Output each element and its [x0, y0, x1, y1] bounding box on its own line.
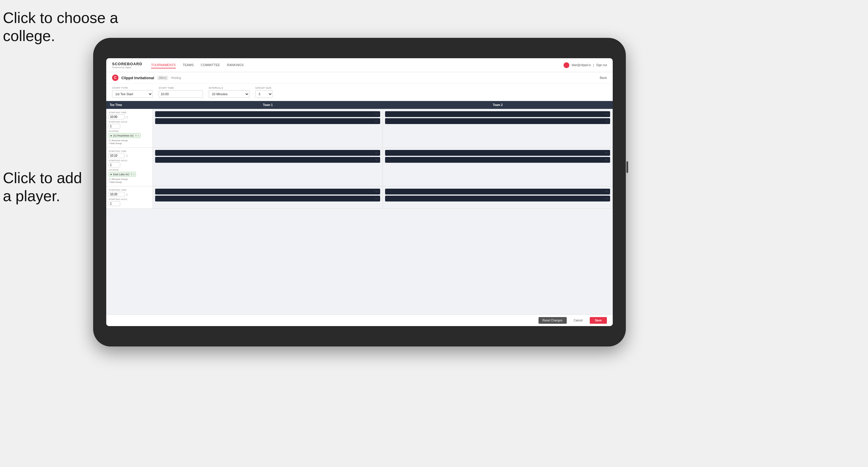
add-group-btn-1[interactable]: + Add Group: [108, 142, 150, 145]
course-remove-1[interactable]: ×: [135, 134, 137, 137]
player-slot-icon-4-1: × ›: [605, 151, 608, 154]
hosting-badge: Hosting: [171, 76, 181, 80]
player-slot-6-2[interactable]: × ›: [385, 196, 610, 201]
start-type-select[interactable]: 1st Tee Start: [112, 90, 153, 98]
start-time-label: Start Time: [159, 87, 203, 89]
group-row: STARTING TIME: ◌ STARTING HOLE: COURSE: …: [106, 109, 613, 148]
team1-cell-3: × › × ›: [153, 186, 383, 209]
player-slot-icon-6-1: × ›: [605, 190, 608, 193]
course-icon-2: ●: [110, 173, 112, 176]
col-team2: Team 2: [383, 101, 613, 109]
cancel-button[interactable]: Cancel: [570, 317, 587, 324]
tee-time-cell-2: STARTING TIME: ◌ STARTING HOLE: COURSE: …: [106, 148, 153, 186]
player-slot-icon-6-2: × ›: [605, 197, 608, 200]
sign-out-link[interactable]: Sign out: [596, 63, 607, 67]
nav-bar: SCOREBOARD Powered by clippd TOURNAMENTS…: [106, 58, 613, 72]
team2-cell-2: × › × ›: [383, 148, 613, 186]
remove-group-btn-2[interactable]: ◯ Remove Group: [108, 178, 150, 181]
col-tee-time: Tee Time: [106, 101, 153, 109]
player-slot-icon-2-2: × ›: [605, 120, 608, 123]
table-header: Tee Time Team 1 Team 2: [106, 101, 613, 109]
group-size-select[interactable]: 3: [255, 90, 273, 98]
team1-cell-1: × › × ›: [153, 109, 383, 147]
intervals-select[interactable]: 10 Minutes: [209, 90, 249, 98]
start-type-label: Start Type: [112, 87, 153, 89]
back-button[interactable]: Back: [600, 76, 607, 80]
course-name-2: East Lake GC: [113, 173, 129, 176]
starting-time-input-2[interactable]: [108, 153, 125, 158]
player-slot-5-1[interactable]: × ›: [155, 189, 380, 194]
nav-link-committee[interactable]: COMMITTEE: [201, 62, 220, 68]
player-slot-4-2[interactable]: × ›: [385, 157, 610, 163]
starting-time-label-1: STARTING TIME:: [108, 111, 150, 114]
col-team1: Team 1: [153, 101, 383, 109]
tablet-side-button: [626, 161, 628, 173]
logo-sub: Powered by clippd: [112, 66, 142, 69]
action-bar: Reset Changes Cancel Save: [106, 314, 613, 326]
group-row-2: STARTING TIME: ◌ STARTING HOLE: COURSE: …: [106, 148, 613, 186]
schedule-table: STARTING TIME: ◌ STARTING HOLE: COURSE: …: [106, 109, 613, 314]
course-expand-1[interactable]: ›: [138, 134, 139, 137]
starting-time-input-3[interactable]: [108, 192, 125, 197]
event-gender: (Men): [157, 76, 168, 80]
nav-link-rankings[interactable]: RANKINGS: [227, 62, 244, 68]
player-slot-icon-5-2: × ›: [375, 197, 378, 200]
nav-links: TOURNAMENTS TEAMS COMMITTEE RANKINGS: [151, 62, 563, 68]
nav-avatar: [563, 62, 569, 68]
hole-input-1[interactable]: [108, 124, 120, 129]
annotation-choose-college: Click to choose a college.: [3, 9, 118, 45]
player-slot-1-2[interactable]: × ›: [155, 118, 380, 124]
tablet-frame: SCOREBOARD Powered by clippd TOURNAMENTS…: [93, 38, 626, 346]
time-icon-2: ◌: [126, 154, 128, 157]
sub-header: C Clippd Invitational (Men) Hosting Back: [106, 72, 613, 84]
save-button[interactable]: Save: [590, 317, 607, 324]
player-slot-3-2[interactable]: × ›: [155, 157, 380, 163]
course-tag-2: ● East Lake GC × ›: [108, 172, 136, 177]
tee-time-cell-3: STARTING TIME: ◌ STARTING HOLE:: [106, 186, 153, 209]
nav-separator: |: [593, 63, 594, 67]
start-time-input[interactable]: [159, 90, 203, 98]
nav-link-teams[interactable]: TEAMS: [183, 62, 194, 68]
group-actions-2: ◯ Remove Group + Add Group: [108, 178, 150, 183]
player-slot-6-1[interactable]: × ›: [385, 189, 610, 194]
starting-time-input-1[interactable]: [108, 115, 125, 119]
group-size-group: Group Size 3: [255, 87, 273, 98]
player-slot-1-1[interactable]: × ›: [155, 111, 380, 117]
player-slot-4-1[interactable]: × ›: [385, 150, 610, 156]
team2-cell-1: × › × ›: [383, 109, 613, 147]
remove-group-btn-1[interactable]: ◯ Remove Group: [108, 139, 150, 142]
starting-time-value-1: ◌: [108, 115, 150, 119]
nav-logo: SCOREBOARD Powered by clippd: [112, 62, 142, 69]
course-name-1: (A) Peachtree GC: [113, 134, 134, 137]
player-slot-5-2[interactable]: × ›: [155, 196, 380, 201]
player-slot-2-2[interactable]: × ›: [385, 118, 610, 124]
course-expand-2[interactable]: ›: [133, 173, 134, 176]
intervals-label: Intervals: [209, 87, 249, 89]
player-slot-3-1[interactable]: × ›: [155, 150, 380, 156]
player-slot-icon-1-1: × ›: [375, 113, 378, 116]
time-icon-1: ◌: [126, 116, 128, 119]
player-slot-2-1[interactable]: × ›: [385, 111, 610, 117]
starting-time-value-2: ◌: [108, 153, 150, 158]
time-icon-3: ◌: [126, 193, 128, 196]
player-slot-icon-3-2: × ›: [375, 158, 378, 161]
start-time-group: Start Time: [159, 87, 203, 98]
group-actions-1: ◯ Remove Group + Add Group: [108, 139, 150, 145]
player-slot-icon-2-1: × ›: [605, 113, 608, 116]
tee-time-cell-1: STARTING TIME: ◌ STARTING HOLE: COURSE: …: [106, 109, 153, 147]
nav-user: blair@clippd.io | Sign out: [563, 62, 607, 68]
group-row-3: STARTING TIME: ◌ STARTING HOLE: × › × ›: [106, 186, 613, 209]
nav-link-tournaments[interactable]: TOURNAMENTS: [151, 62, 176, 68]
team1-cell-2: × › × ›: [153, 148, 383, 186]
course-remove-2[interactable]: ×: [130, 173, 132, 176]
annotation-add-player: Click to add a player.: [3, 169, 82, 205]
course-label-1: COURSE:: [108, 130, 150, 132]
hole-label-2: STARTING HOLE:: [108, 159, 150, 162]
add-group-btn-2[interactable]: + Add Group: [108, 181, 150, 183]
hole-input-3[interactable]: [108, 201, 120, 206]
reset-button[interactable]: Reset Changes: [538, 317, 567, 324]
starting-time-label-2: STARTING TIME:: [108, 150, 150, 153]
hole-input-2[interactable]: [108, 162, 120, 167]
team2-cell-3: × › × ›: [383, 186, 613, 209]
event-title: Clippd Invitational: [121, 76, 154, 80]
